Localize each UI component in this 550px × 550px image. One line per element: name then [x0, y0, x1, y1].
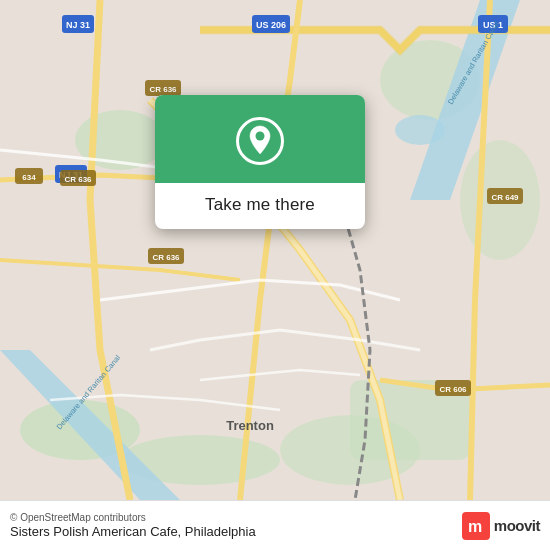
svg-text:CR 636: CR 636 [152, 253, 180, 262]
svg-point-8 [395, 115, 445, 145]
location-pin-icon [236, 117, 284, 165]
popup-header [155, 95, 365, 183]
svg-text:CR 636: CR 636 [149, 85, 177, 94]
svg-text:m: m [468, 518, 482, 535]
svg-text:Trenton: Trenton [226, 418, 274, 433]
svg-point-7 [280, 415, 420, 485]
svg-text:US 206: US 206 [256, 20, 286, 30]
moovit-text: moovit [494, 517, 540, 534]
svg-point-32 [256, 132, 265, 141]
footer-left: © OpenStreetMap contributors Sisters Pol… [10, 512, 256, 539]
map-container: NJ 31 NJ 31 US 206 US 1 CR 636 CR 636 CR… [0, 0, 550, 500]
svg-text:634: 634 [22, 173, 36, 182]
svg-text:CR 606: CR 606 [439, 385, 467, 394]
map-background: NJ 31 NJ 31 US 206 US 1 CR 636 CR 636 CR… [0, 0, 550, 500]
location-popup: Take me there [155, 95, 365, 229]
moovit-icon: m [462, 512, 490, 540]
footer-bar: © OpenStreetMap contributors Sisters Pol… [0, 500, 550, 550]
moovit-logo: m moovit [462, 512, 540, 540]
place-name-label: Sisters Polish American Cafe, Philadelph… [10, 524, 256, 539]
osm-attribution: © OpenStreetMap contributors [10, 512, 256, 523]
svg-text:CR 649: CR 649 [491, 193, 519, 202]
svg-text:NJ 31: NJ 31 [66, 20, 90, 30]
popup-button-section[interactable]: Take me there [155, 183, 365, 229]
take-me-there-button[interactable]: Take me there [205, 195, 315, 215]
svg-text:CR 636: CR 636 [64, 175, 92, 184]
